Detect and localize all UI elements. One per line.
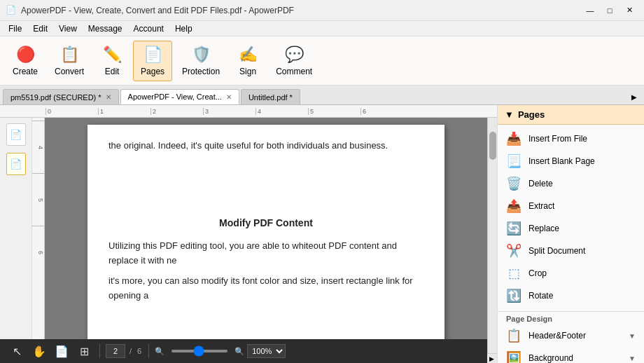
page-design-section: Page Design	[498, 311, 644, 324]
panel-item-split[interactable]: ✂️ Split Document	[498, 240, 644, 262]
toolbar-pages[interactable]: 📄 Pages	[133, 41, 172, 81]
single-page-btn[interactable]: 📄	[52, 342, 71, 360]
zoom-slider[interactable]	[172, 350, 227, 352]
panel-item-background[interactable]: 🖼️ Background ▼	[498, 347, 644, 363]
zoom-in-icon[interactable]: 🔍	[234, 347, 244, 356]
comment-label: Comment	[276, 67, 312, 76]
zoom-out-icon[interactable]: 🔍	[155, 347, 164, 356]
panel-item-insert-file[interactable]: 📥 Insert From File	[498, 128, 644, 150]
menu-help[interactable]: Help	[169, 21, 198, 36]
scrollbar-vertical[interactable]	[487, 118, 497, 353]
thumb-page-2[interactable]: 📄	[6, 153, 26, 175]
sign-label: Sign	[239, 67, 256, 76]
tabs-bar: pm5519.pdf (SECURED) * ✕ ApowerPDF - Vie…	[0, 85, 644, 105]
menu-account[interactable]: Account	[128, 21, 169, 36]
bottom-toolbar: ↖ ✋ 📄 ⊞ / 6 🔍 🔍 100% 75% 50% 125% 150%	[0, 339, 487, 363]
maximize-button[interactable]: □	[601, 4, 619, 18]
panel-item-replace[interactable]: 🔄 Replace	[498, 217, 644, 240]
doc-content-row: 📄 📄 4 5 6 the original. Indeed, it's qui…	[0, 118, 497, 353]
rotate-icon: 🔃	[506, 288, 522, 303]
page-separator: /	[130, 347, 132, 355]
edit-icon: ✏️	[103, 46, 122, 64]
close-button[interactable]: ✕	[620, 4, 638, 18]
toolbar-edit[interactable]: ✏️ Edit	[94, 41, 130, 81]
replace-label: Replace	[528, 224, 559, 233]
panel-item-crop[interactable]: ⬚ Crop	[498, 262, 644, 285]
document-area: 0 1 2 3 4 5 6 📄 📄 4 5 6	[0, 105, 497, 363]
panel-items: 📥 Insert From File 📃 Insert Blank Page 🗑…	[498, 125, 644, 310]
pages-icon: 📄	[144, 46, 162, 64]
rotate-label: Rotate	[528, 291, 553, 301]
titlebar: 📄 ApowerPDF - View, Create, Convert and …	[0, 0, 644, 21]
convert-icon: 📋	[60, 46, 79, 64]
pdf-page: the original. Indeed, it's quite useful …	[88, 125, 444, 346]
minimize-button[interactable]: —	[581, 4, 599, 18]
tabs-scroll-right[interactable]: ▶	[627, 89, 641, 104]
pages-label: Pages	[141, 67, 164, 76]
tab-0-close[interactable]: ✕	[106, 93, 111, 101]
ruler-horizontal: 0 1 2 3 4 5 6	[0, 105, 497, 118]
menu-file[interactable]: File	[3, 21, 27, 36]
menu-message[interactable]: Message	[83, 21, 128, 36]
tab-0[interactable]: pm5519.pdf (SECURED) * ✕	[3, 89, 119, 104]
cursor-tool-btn[interactable]: ↖	[7, 342, 27, 360]
pdf-para1: the original. Indeed, it's quite useful …	[108, 139, 424, 153]
main-area: 0 1 2 3 4 5 6 📄 📄 4 5 6	[0, 105, 644, 363]
toolbar-sign[interactable]: ✍️ Sign	[230, 41, 266, 81]
insert-file-label: Insert From File	[528, 134, 587, 144]
protection-icon: 🛡️	[192, 46, 211, 64]
insert-blank-label: Insert Blank Page	[528, 156, 595, 166]
comment-icon: 💬	[285, 46, 304, 64]
extract-icon: 📤	[506, 198, 522, 214]
panel-header: ▼ Pages	[498, 105, 644, 125]
protection-label: Protection	[182, 67, 220, 76]
right-panel: ▼ Pages 📥 Insert From File 📃 Insert Blan…	[497, 105, 644, 363]
menu-view[interactable]: View	[53, 21, 83, 36]
insert-blank-icon: 📃	[506, 153, 522, 169]
hand-tool-btn[interactable]: ✋	[29, 342, 49, 360]
header-footer-icon: 📋	[506, 328, 522, 343]
panel-item-header-footer[interactable]: 📋 Header&Footer ▼	[498, 324, 644, 347]
zoom-select[interactable]: 100% 75% 50% 125% 150%	[247, 344, 286, 358]
crop-label: Crop	[528, 268, 547, 278]
tab-1-close[interactable]: ✕	[226, 93, 232, 101]
total-pages: 6	[137, 347, 141, 355]
insert-file-icon: 📥	[506, 131, 522, 146]
panel-toggle-icon: ▼	[505, 109, 514, 120]
panel-item-delete[interactable]: 🗑️ Delete	[498, 172, 644, 195]
tab-1-label: ApowerPDF - View, Creat...	[128, 93, 222, 101]
split-icon: ✂️	[506, 243, 522, 259]
page-view[interactable]: the original. Indeed, it's quite useful …	[45, 118, 487, 353]
scrollbar-thumb[interactable]	[489, 132, 496, 160]
window-controls: — □ ✕	[581, 4, 638, 18]
tab-0-label: pm5519.pdf (SECURED) *	[10, 93, 102, 102]
convert-label: Convert	[55, 67, 84, 76]
panel-item-extract[interactable]: 📤 Extract	[498, 195, 644, 217]
background-arrow: ▼	[629, 355, 636, 362]
menu-edit[interactable]: Edit	[27, 21, 53, 36]
scroll-right-btn[interactable]: ▶	[489, 355, 494, 362]
toolbar-convert[interactable]: 📋 Convert	[48, 41, 91, 81]
thumbnail-sidebar: 📄 📄	[0, 118, 32, 353]
delete-icon: 🗑️	[506, 176, 522, 191]
panel-title: Pages	[518, 109, 545, 120]
page-number-input[interactable]	[106, 344, 125, 358]
background-label: Background	[528, 353, 573, 363]
menubar: File Edit View Message Account Help	[0, 21, 644, 36]
toolbar-create[interactable]: 🔴 Create	[6, 41, 45, 81]
pdf-para3: it's more, you can also modify its font …	[108, 274, 424, 303]
toolbar-protection[interactable]: 🛡️ Protection	[175, 41, 227, 81]
ruler-vertical: 4 5 6	[32, 118, 45, 353]
panel-item-rotate[interactable]: 🔃 Rotate	[498, 285, 644, 307]
create-icon: 🔴	[16, 46, 35, 64]
main-toolbar: 🔴 Create 📋 Convert ✏️ Edit 📄 Pages 🛡️ Pr…	[0, 36, 644, 85]
tab-2[interactable]: Untitled.pdf *	[241, 89, 300, 104]
sign-icon: ✍️	[239, 46, 258, 64]
tab-1[interactable]: ApowerPDF - View, Creat... ✕	[120, 89, 239, 104]
delete-label: Delete	[528, 179, 553, 189]
thumb-page-1[interactable]: 📄	[6, 123, 26, 146]
toolbar-comment[interactable]: 💬 Comment	[269, 41, 319, 81]
multi-page-btn[interactable]: ⊞	[74, 342, 94, 360]
header-footer-label: Header&Footer	[528, 331, 586, 341]
panel-item-insert-blank[interactable]: 📃 Insert Blank Page	[498, 150, 644, 172]
